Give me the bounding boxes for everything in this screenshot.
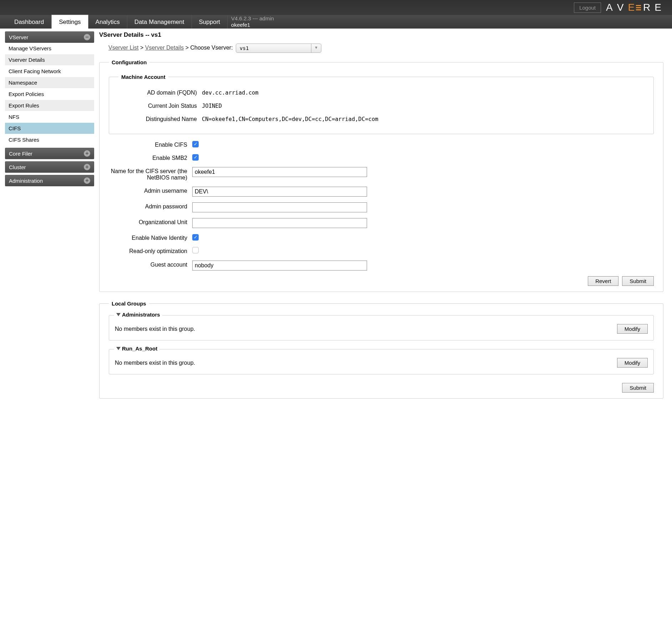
admin-user-input[interactable] bbox=[192, 187, 367, 197]
ad-domain-label: AD domain (FQDN) bbox=[118, 89, 197, 96]
local-groups-legend: Local Groups bbox=[109, 301, 149, 307]
sidebar-section-core-filer[interactable]: Core Filer + bbox=[5, 148, 94, 159]
configuration-fieldset: Configuration Machine Account AD domain … bbox=[99, 59, 663, 292]
sidebar-item-export-policies[interactable]: Export Policies bbox=[5, 89, 94, 100]
group-empty-msg: No members exist in this group. bbox=[115, 360, 195, 366]
admin-pass-input[interactable] bbox=[192, 202, 367, 212]
tab-dashboard[interactable]: Dashboard bbox=[7, 15, 51, 29]
sidebar-section-vserver[interactable]: VServer − bbox=[5, 31, 94, 43]
sidebar-item-client-facing-network[interactable]: Client Facing Network bbox=[5, 66, 94, 77]
group-empty-msg: No members exist in this group. bbox=[115, 326, 195, 332]
tab-analytics[interactable]: Analytics bbox=[88, 15, 127, 29]
sidebar: VServer − Manage VServers Vserver Detail… bbox=[5, 31, 94, 407]
ou-label: Organizational Unit bbox=[109, 218, 187, 226]
revert-button[interactable]: Revert bbox=[588, 276, 618, 286]
native-identity-label: Enable Native Identity bbox=[109, 234, 187, 241]
enable-smb2-checkbox[interactable]: ✓ bbox=[192, 154, 199, 161]
sidebar-item-export-rules[interactable]: Export Rules bbox=[5, 100, 94, 111]
sidebar-item-cifs[interactable]: CIFS bbox=[5, 123, 94, 134]
guest-label: Guest account bbox=[109, 261, 187, 268]
ad-domain-value: dev.cc.arriad.com bbox=[202, 89, 259, 96]
netbios-input[interactable] bbox=[192, 167, 367, 177]
expand-icon: + bbox=[84, 164, 90, 170]
modify-button[interactable]: Modify bbox=[617, 358, 648, 368]
enable-cifs-label: Enable CIFS bbox=[109, 141, 187, 148]
admin-user-label: Admin username bbox=[109, 187, 187, 194]
disclosure-triangle-icon[interactable] bbox=[116, 313, 121, 316]
readonly-label: Read-only optimization bbox=[109, 247, 187, 254]
machine-account-legend: Machine Account bbox=[118, 74, 168, 80]
group-name: Run_As_Root bbox=[122, 345, 157, 352]
breadcrumb-vserver-details[interactable]: Vserver Details bbox=[145, 45, 184, 51]
configuration-legend: Configuration bbox=[109, 59, 149, 65]
disclosure-triangle-icon[interactable] bbox=[116, 347, 121, 350]
sidebar-item-cifs-shares[interactable]: CIFS Shares bbox=[5, 134, 94, 146]
dropdown-arrow-icon: ▼ bbox=[311, 44, 321, 52]
vserver-select[interactable]: vs1 ▼ bbox=[236, 44, 321, 53]
join-status-label: Current Join Status bbox=[118, 102, 197, 109]
sidebar-item-manage-vservers[interactable]: Manage VServers bbox=[5, 43, 94, 54]
sidebar-section-administration[interactable]: Administration + bbox=[5, 175, 94, 186]
logout-button[interactable]: Logout bbox=[574, 2, 601, 13]
breadcrumb-vserver-list[interactable]: Vserver List bbox=[108, 45, 138, 51]
tab-data-management[interactable]: Data Management bbox=[127, 15, 192, 29]
sidebar-item-nfs[interactable]: NFS bbox=[5, 111, 94, 123]
group-run-as-root: Run_As_Root No members exist in this gro… bbox=[109, 349, 654, 374]
modify-button[interactable]: Modify bbox=[617, 324, 648, 334]
sidebar-item-vserver-details[interactable]: Vserver Details bbox=[5, 54, 94, 66]
admin-pass-label: Admin password bbox=[109, 202, 187, 210]
version-text: V4.6.2.3 --- admin bbox=[231, 15, 274, 22]
join-status-value: JOINED bbox=[202, 102, 222, 109]
collapse-icon: − bbox=[84, 34, 90, 40]
brand-logo: A V E R E bbox=[606, 2, 666, 13]
enable-smb2-label: Enable SMB2 bbox=[109, 154, 187, 161]
netbios-label: Name for the CIFS server (the NetBIOS na… bbox=[109, 167, 187, 181]
local-groups-fieldset: Local Groups Administrators No members e… bbox=[99, 301, 663, 399]
sidebar-item-namespace[interactable]: Namespace bbox=[5, 77, 94, 89]
breadcrumb: Vserver List > Vserver Details > Choose … bbox=[108, 44, 663, 53]
expand-icon: + bbox=[84, 150, 90, 157]
group-name: Administrators bbox=[122, 312, 160, 318]
local-groups-submit-button[interactable]: Submit bbox=[622, 383, 654, 393]
tab-settings[interactable]: Settings bbox=[51, 15, 88, 29]
vserver-select-value: vs1 bbox=[236, 44, 311, 52]
native-identity-checkbox[interactable]: ✓ bbox=[192, 234, 199, 241]
choose-vserver-label: Choose Vserver: bbox=[190, 45, 233, 51]
sidebar-section-cluster[interactable]: Cluster + bbox=[5, 161, 94, 173]
expand-icon: + bbox=[84, 177, 90, 184]
submit-button[interactable]: Submit bbox=[622, 276, 654, 286]
user-text: okeefe1 bbox=[231, 22, 274, 28]
page-title: VServer Details -- vs1 bbox=[99, 31, 663, 39]
group-administrators: Administrators No members exist in this … bbox=[109, 315, 654, 340]
enable-cifs-checkbox[interactable]: ✓ bbox=[192, 141, 199, 147]
nav-info: V4.6.2.3 --- admin okeefe1 bbox=[231, 15, 274, 28]
ou-input[interactable] bbox=[192, 218, 367, 228]
machine-account-fieldset: Machine Account AD domain (FQDN) dev.cc.… bbox=[109, 74, 654, 134]
readonly-checkbox[interactable] bbox=[192, 247, 199, 253]
dn-value: CN=okeefe1,CN=Computers,DC=dev,DC=cc,DC=… bbox=[202, 115, 378, 122]
dn-label: Distinguished Name bbox=[118, 115, 197, 122]
tab-support[interactable]: Support bbox=[192, 15, 228, 29]
guest-input[interactable] bbox=[192, 261, 367, 271]
